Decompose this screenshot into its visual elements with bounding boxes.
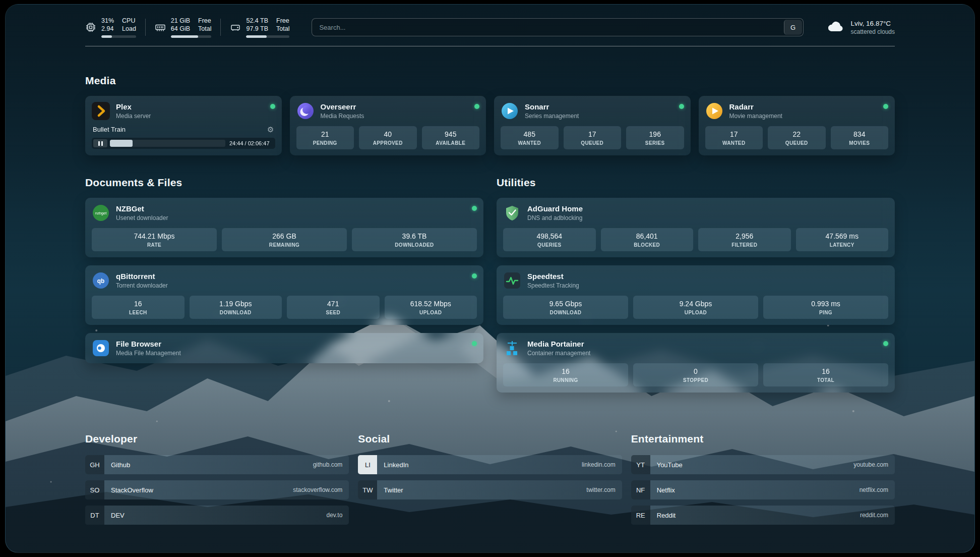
netflix-abbr-icon: NF xyxy=(631,480,650,499)
stat-label: LEECH xyxy=(94,310,182,315)
app-card-speedtest[interactable]: Speedtest Speedtest Tracking 9.65 Gbps D… xyxy=(497,265,895,325)
stat-value: 1.19 Gbps xyxy=(192,300,280,308)
bookmark-reddit[interactable]: RE Reddit reddit.com xyxy=(631,506,895,525)
stat-tile: 9.65 Gbps DOWNLOAD xyxy=(503,296,628,319)
topbar-divider xyxy=(220,19,221,36)
app-card-qbittorrent[interactable]: qb qBittorrent Torrent downloader 16 LEE… xyxy=(85,265,483,325)
github-abbr-icon: GH xyxy=(85,455,104,474)
stat-label: BLOCKED xyxy=(603,242,692,248)
stat-value: 9.24 Gbps xyxy=(635,300,756,308)
stat-value: 0 xyxy=(635,367,756,375)
app-card-adguard[interactable]: AdGuard Home DNS and adblocking 498,564 … xyxy=(497,198,895,257)
cpu-stat-widget: 31% CPU 2.94 Load xyxy=(85,17,136,38)
stat-value: 16 xyxy=(505,367,626,375)
stat-value: 618.52 Mbps xyxy=(387,300,475,308)
cpu-stat-text: 31% CPU 2.94 Load xyxy=(101,17,136,33)
cpu-usage-bar xyxy=(101,35,136,38)
stat-label: QUEUED xyxy=(770,140,824,146)
app-card-sonarr[interactable]: Sonarr Series management 485 WANTED 17 Q… xyxy=(494,96,691,155)
svg-text:qb: qb xyxy=(97,277,105,285)
bookmark-github[interactable]: GH Github github.com xyxy=(85,455,349,474)
twitter-abbr-icon: TW xyxy=(358,480,377,499)
stat-tile: 16 TOTAL xyxy=(763,363,888,386)
stat-tile: 0.993 ms PING xyxy=(763,296,888,319)
speedtest-icon xyxy=(503,271,521,290)
pause-button[interactable] xyxy=(93,139,107,147)
bookmark-stackoverflow[interactable]: SO StackOverflow stackoverflow.com xyxy=(85,480,349,499)
qbittorrent-icon: qb xyxy=(92,271,110,290)
section-title-documents: Documents & Files xyxy=(85,177,483,189)
stat-value: 471 xyxy=(289,300,378,308)
app-card-plex[interactable]: Plex Media server Bullet Train ⚙ 24:44 /… xyxy=(85,96,282,155)
app-desc: Usenet downloader xyxy=(116,214,168,221)
stat-value: 17 xyxy=(707,130,761,138)
bookmark-host: dev.to xyxy=(327,512,343,519)
status-online-dot xyxy=(472,273,477,278)
stat-tile: 0 STOPPED xyxy=(633,363,758,386)
bookmark-netflix[interactable]: NF Netflix netflix.com xyxy=(631,480,895,499)
stat-tile: 86,401 BLOCKED xyxy=(601,228,694,251)
disk-total-label: Total xyxy=(276,25,289,33)
stat-tile: 39.6 TB DOWNLOADED xyxy=(352,228,477,251)
stat-tile: 834 MOVIES xyxy=(831,126,889,149)
app-desc: Media Requests xyxy=(321,113,364,120)
svg-text:nzbget: nzbget xyxy=(95,211,107,215)
dev-abbr-icon: DT xyxy=(85,506,104,525)
bookmark-dev[interactable]: DT DEV dev.to xyxy=(85,506,349,525)
app-card-radarr[interactable]: Radarr Movie management 17 WANTED 22 QUE… xyxy=(699,96,895,155)
bookmark-twitter[interactable]: TW Twitter twitter.com xyxy=(358,480,622,499)
bookmark-youtube[interactable]: YT YouTube youtube.com xyxy=(631,455,895,474)
disk-usage-bar-fill xyxy=(246,35,266,38)
playback-progress-bar[interactable] xyxy=(110,140,225,147)
developer-bookmarks-column: Developer GH Github github.com SO StackO… xyxy=(85,401,349,531)
stat-label: WANTED xyxy=(503,140,557,146)
settings-gear-icon[interactable]: ⚙ xyxy=(267,126,274,133)
hard-drive-icon xyxy=(230,22,241,33)
bookmark-name: Twitter xyxy=(384,486,403,494)
stat-value: 744.21 Mbps xyxy=(94,232,215,240)
disk-stat-text: 52.4 TB Free 97.9 TB Total xyxy=(246,17,289,33)
search-bar: G xyxy=(312,18,803,36)
playback-progress-fill xyxy=(110,140,133,147)
bookmark-host: linkedin.com xyxy=(582,461,616,468)
now-playing-title: Bullet Train xyxy=(93,126,126,133)
bookmark-host: stackoverflow.com xyxy=(293,486,342,493)
memory-usage-bar-fill xyxy=(171,35,198,38)
app-card-nzbget[interactable]: nzbget NZBGet Usenet downloader 744.21 M… xyxy=(85,198,483,257)
bookmark-name: LinkedIn xyxy=(384,461,408,469)
app-desc: Media File Management xyxy=(116,350,181,357)
app-desc: Torrent downloader xyxy=(116,282,168,289)
app-name: NZBGet xyxy=(116,204,168,213)
stat-label: QUEUED xyxy=(566,140,620,146)
status-online-dot xyxy=(472,341,477,346)
app-desc: Speedtest Tracking xyxy=(527,282,579,289)
stat-label: WANTED xyxy=(707,140,761,146)
section-title-entertainment: Entertainment xyxy=(631,433,895,445)
stat-value: 2,956 xyxy=(700,232,789,240)
cpu-icon xyxy=(85,22,96,33)
app-card-overseerr[interactable]: Overseerr Media Requests 21 PENDING 40 A… xyxy=(290,96,486,155)
stat-label: RUNNING xyxy=(505,377,626,383)
stat-value: 40 xyxy=(361,130,415,138)
reddit-abbr-icon: RE xyxy=(631,506,650,525)
stat-value: 16 xyxy=(765,367,886,375)
stackoverflow-abbr-icon: SO xyxy=(85,480,104,499)
radarr-icon xyxy=(705,102,723,120)
bookmark-linkedin[interactable]: LI LinkedIn linkedin.com xyxy=(358,455,622,474)
bookmark-host: twitter.com xyxy=(586,486,615,493)
app-name: Media Portainer xyxy=(527,340,590,348)
stat-label: REMAINING xyxy=(224,242,345,248)
weather-widget[interactable]: Lviv, 16.87°C scattered clouds xyxy=(826,19,895,36)
stat-value: 498,564 xyxy=(505,232,594,240)
stat-tile: 618.52 Mbps UPLOAD xyxy=(385,296,477,319)
search-engine-button[interactable]: G xyxy=(784,20,802,35)
app-card-portainer[interactable]: Media Portainer Container management 16 … xyxy=(497,333,895,393)
stat-tile: 21 PENDING xyxy=(296,126,354,149)
stat-tile: 485 WANTED xyxy=(501,126,559,149)
memory-icon xyxy=(155,22,166,33)
app-card-filebrowser[interactable]: File Browser Media File Management xyxy=(85,333,483,363)
search-input[interactable] xyxy=(312,18,803,36)
topbar-divider xyxy=(145,19,146,36)
adguard-icon xyxy=(503,204,521,222)
bookmark-name: Github xyxy=(111,461,130,469)
